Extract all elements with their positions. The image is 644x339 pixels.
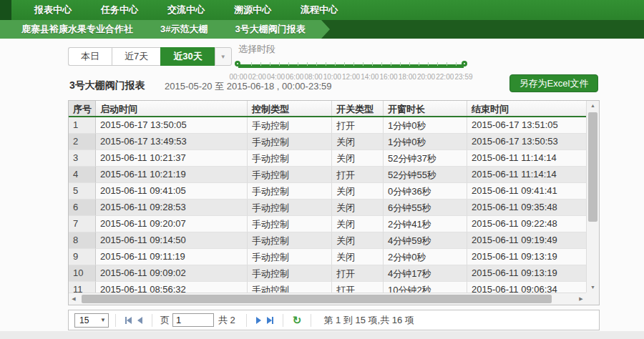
export-excel-button[interactable]: 另存为Excel文件 bbox=[509, 74, 598, 92]
cell-duration: 1分钟0秒 bbox=[384, 117, 467, 134]
chevron-down-icon: ▼ bbox=[98, 317, 108, 323]
cell-switch-type: 关闭 bbox=[332, 150, 384, 167]
cell-switch-type: 关闭 bbox=[332, 249, 384, 265]
table-row[interactable]: 3 2015-06-11 10:21:37 手动控制 关闭 52分钟37秒 20… bbox=[69, 150, 586, 167]
table-row[interactable]: 5 2015-06-11 09:41:05 手动控制 关闭 0分钟36秒 201… bbox=[69, 183, 586, 200]
header-end-time[interactable]: 结束时间 bbox=[467, 101, 599, 116]
page-size-select[interactable]: 15 ▼ bbox=[74, 313, 109, 328]
breadcrumb-item[interactable]: 3#示范大棚 bbox=[149, 20, 223, 39]
table-row[interactable]: 11 2015-06-11 08:56:32 手动控制 打开 10分钟2秒 20… bbox=[69, 282, 586, 293]
cell-start-time: 2015-06-11 10:21:19 bbox=[96, 167, 248, 183]
cell-switch-type: 关闭 bbox=[332, 200, 384, 216]
table-row[interactable]: 7 2015-06-11 09:20:07 手动控制 关闭 2分钟41秒 201… bbox=[69, 216, 586, 232]
cell-control-type: 手动控制 bbox=[248, 282, 332, 293]
breadcrumb-item[interactable]: 鹿寨县裕康水果专业合作社 bbox=[10, 20, 149, 39]
date-range-tab[interactable]: 近30天 bbox=[160, 47, 214, 66]
top-menu-item[interactable]: 任务中心 bbox=[91, 0, 148, 20]
breadcrumb-end-arrow bbox=[321, 20, 330, 39]
pagination-bar: 15 ▼ 页 共 2 ↻ 第 1 到 15 项,共 16 项 bbox=[68, 310, 600, 330]
cell-end-time: 2015-06-11 11:14:14 bbox=[467, 167, 586, 183]
cell-index: 11 bbox=[69, 282, 96, 293]
slider-track[interactable] bbox=[238, 64, 464, 67]
top-menu-item[interactable]: 交流中心 bbox=[157, 0, 215, 20]
cell-end-time: 2015-06-11 09:19:49 bbox=[467, 232, 586, 249]
cell-index: 6 bbox=[69, 200, 96, 216]
cell-end-time: 2015-06-17 13:50:53 bbox=[467, 134, 586, 150]
vertical-scrollbar[interactable]: ▲ ▼ bbox=[586, 101, 599, 293]
cell-start-time: 2015-06-11 09:09:02 bbox=[96, 265, 248, 282]
cell-start-time: 2015-06-11 09:14:50 bbox=[96, 232, 248, 249]
cell-duration: 4分钟17秒 bbox=[384, 265, 467, 282]
cell-duration: 0分钟36秒 bbox=[384, 183, 467, 200]
vertical-scroll-thumb[interactable] bbox=[588, 112, 597, 222]
cell-control-type: 手动控制 bbox=[248, 232, 332, 249]
scroll-down-icon[interactable]: ▼ bbox=[587, 282, 599, 293]
cell-switch-type: 打开 bbox=[332, 167, 384, 183]
last-page-button[interactable] bbox=[267, 317, 273, 324]
bottom-strip bbox=[0, 331, 644, 339]
refresh-icon[interactable]: ↻ bbox=[293, 315, 302, 325]
table-row[interactable]: 9 2015-06-11 09:11:19 手动控制 关闭 2分钟0秒 2015… bbox=[69, 249, 586, 265]
cell-control-type: 手动控制 bbox=[248, 249, 332, 265]
cell-switch-type: 打开 bbox=[332, 282, 384, 293]
cell-control-type: 手动控制 bbox=[248, 134, 332, 150]
report-date-range: 2015-05-20 至 2015-06-18 , 00:00-23:59 bbox=[165, 80, 331, 93]
scroll-left-icon[interactable]: ◀ bbox=[69, 293, 79, 305]
horizontal-scrollbar[interactable]: ◀ ▶ bbox=[69, 293, 586, 305]
header-switch-type[interactable]: 开关类型 bbox=[332, 101, 384, 116]
header-control-type[interactable]: 控制类型 bbox=[248, 101, 332, 116]
slider-handle-end[interactable] bbox=[462, 61, 467, 67]
table-body: 1 2015-06-17 13:50:05 手动控制 打开 1分钟0秒 2015… bbox=[69, 117, 586, 293]
top-menu-item[interactable]: 流程中心 bbox=[291, 0, 348, 20]
slider-tick-label: 18:00 bbox=[399, 73, 416, 81]
cell-start-time: 2015-06-11 10:21:37 bbox=[96, 150, 248, 167]
cell-duration: 2分钟0秒 bbox=[384, 249, 467, 265]
cell-duration: 10分钟2秒 bbox=[384, 282, 467, 293]
cell-switch-type: 关闭 bbox=[332, 134, 384, 150]
next-page-button[interactable] bbox=[256, 317, 261, 324]
slider-tick-label: 14:00 bbox=[361, 73, 379, 81]
cell-switch-type: 打开 bbox=[332, 117, 384, 134]
page-number-input[interactable] bbox=[172, 313, 214, 327]
breadcrumb-item[interactable]: 3号大棚阀门报表 bbox=[223, 20, 321, 39]
header-duration[interactable]: 开窗时长 bbox=[384, 101, 467, 116]
cell-start-time: 2015-06-11 09:11:19 bbox=[96, 249, 248, 265]
page-title: 3号大棚阀门报表 bbox=[69, 79, 145, 92]
table-header-row: 序号 启动时间 控制类型 开关类型 开窗时长 结束时间 bbox=[69, 101, 599, 117]
cell-duration: 1分钟0秒 bbox=[384, 134, 467, 150]
table-row[interactable]: 4 2015-06-11 10:21:19 手动控制 打开 52分钟55秒 20… bbox=[69, 167, 586, 183]
scroll-up-icon[interactable]: ▲ bbox=[587, 101, 599, 111]
table-row[interactable]: 10 2015-06-11 09:09:02 手动控制 打开 4分钟17秒 20… bbox=[69, 265, 586, 282]
chevron-down-icon: ▼ bbox=[220, 54, 226, 60]
prev-page-button[interactable] bbox=[137, 317, 142, 324]
cell-duration: 52分钟55秒 bbox=[384, 167, 467, 183]
cell-start-time: 2015-06-11 09:20:07 bbox=[96, 216, 248, 232]
table-row[interactable]: 2 2015-06-17 13:49:53 手动控制 关闭 1分钟0秒 2015… bbox=[69, 134, 586, 150]
first-page-button[interactable] bbox=[125, 317, 132, 324]
scroll-right-icon[interactable]: ▶ bbox=[576, 293, 586, 305]
top-menu-item[interactable]: 报表中心 bbox=[24, 0, 82, 20]
page-label: 页 bbox=[160, 314, 170, 327]
header-start-time[interactable]: 启动时间 bbox=[96, 101, 248, 116]
tab-dropdown-button[interactable]: ▼ bbox=[215, 47, 232, 66]
cell-switch-type: 打开 bbox=[332, 265, 384, 282]
date-range-tab[interactable]: 本日 bbox=[68, 47, 112, 66]
cell-control-type: 手动控制 bbox=[248, 200, 332, 216]
cell-index: 7 bbox=[69, 216, 96, 232]
scrollbar-corner bbox=[586, 293, 599, 305]
top-menu-bar: 报表中心任务中心交流中心溯源中心流程中心 bbox=[0, 0, 644, 20]
logo-block bbox=[0, 0, 11, 20]
top-menu-item[interactable]: 溯源中心 bbox=[224, 0, 281, 20]
table-row[interactable]: 6 2015-06-11 09:28:53 手动控制 关闭 6分钟55秒 201… bbox=[69, 200, 586, 216]
date-range-tab[interactable]: 近7天 bbox=[112, 47, 160, 66]
slider-handle-start[interactable] bbox=[235, 61, 240, 67]
header-index[interactable]: 序号 bbox=[69, 101, 96, 116]
table-row[interactable]: 8 2015-06-11 09:14:50 手动控制 关闭 4分钟59秒 201… bbox=[69, 232, 586, 249]
cell-duration: 2分钟41秒 bbox=[384, 216, 467, 232]
cell-start-time: 2015-06-11 09:41:05 bbox=[96, 183, 248, 200]
horizontal-scroll-thumb[interactable] bbox=[82, 295, 552, 303]
table-row[interactable]: 1 2015-06-17 13:50:05 手动控制 打开 1分钟0秒 2015… bbox=[69, 117, 586, 134]
cell-end-time: 2015-06-11 09:35:48 bbox=[467, 200, 586, 216]
slider-tick-label: 12:00 bbox=[342, 73, 360, 81]
cell-duration: 6分钟55秒 bbox=[384, 200, 467, 216]
